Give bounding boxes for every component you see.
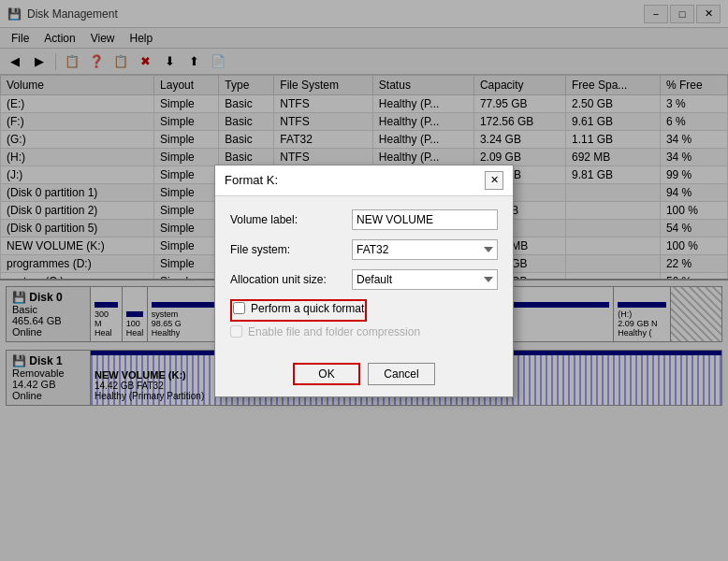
format-dialog: Format K: ✕ Volume label: File system: F… xyxy=(214,165,514,397)
volume-label-label: Volume label: xyxy=(230,213,352,226)
volume-label-row: Volume label: xyxy=(230,209,498,230)
dialog-body: Volume label: File system: FAT32 NTFS ex… xyxy=(215,196,513,355)
file-system-label: File system: xyxy=(230,243,352,256)
allocation-control: Default 512 1024 2048 4096 xyxy=(352,269,498,290)
dialog-title-bar: Format K: ✕ xyxy=(215,165,513,196)
file-system-select[interactable]: FAT32 NTFS exFAT xyxy=(352,239,498,260)
volume-label-control xyxy=(352,209,498,230)
dialog-title-text: Format K: xyxy=(225,173,278,187)
ok-button[interactable]: OK xyxy=(293,363,360,385)
cancel-button[interactable]: Cancel xyxy=(368,363,435,385)
compression-text: Enable file and folder compression xyxy=(248,325,420,338)
allocation-label: Allocation unit size: xyxy=(230,273,352,286)
allocation-select[interactable]: Default 512 1024 2048 4096 xyxy=(352,269,498,290)
quick-format-label: Perform a quick format xyxy=(233,302,364,315)
dialog-close-button[interactable]: ✕ xyxy=(485,171,503,190)
compression-row: Enable file and folder compression xyxy=(230,325,498,338)
quick-format-checkbox[interactable] xyxy=(233,302,245,314)
quick-format-row: Perform a quick format xyxy=(230,299,498,322)
dialog-overlay: Format K: ✕ Volume label: File system: F… xyxy=(0,0,728,561)
volume-label-input[interactable] xyxy=(352,209,498,230)
compression-checkbox xyxy=(230,325,242,338)
dialog-footer: OK Cancel xyxy=(215,355,513,396)
file-system-control: FAT32 NTFS exFAT xyxy=(352,239,498,260)
file-system-row: File system: FAT32 NTFS exFAT xyxy=(230,239,498,260)
allocation-row: Allocation unit size: Default 512 1024 2… xyxy=(230,269,498,290)
quick-format-text: Perform a quick format xyxy=(251,302,364,315)
quick-format-checkbox-outline: Perform a quick format xyxy=(230,299,367,322)
